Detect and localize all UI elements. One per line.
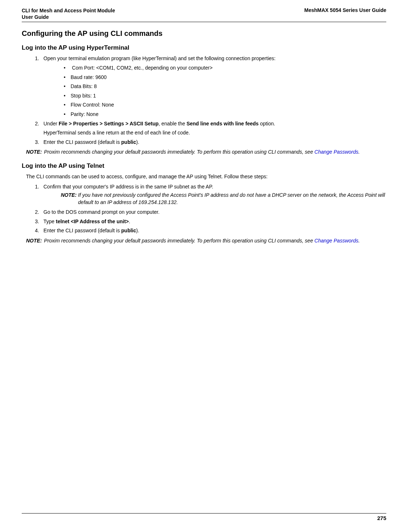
- header-right: MeshMAX 5054 Series User Guide: [304, 7, 386, 20]
- note-post: .: [358, 149, 360, 155]
- step2-post: option.: [258, 121, 275, 126]
- inner-note-text: If you have not previously configured th…: [78, 192, 386, 206]
- section-hyperterminal: Log into the AP using HyperTerminal Open…: [22, 44, 386, 156]
- header-left-line2: User Guide: [22, 14, 49, 20]
- section1-step2: Under File > Properties > Settings > ASC…: [41, 120, 386, 137]
- step3-post: .: [129, 219, 130, 224]
- section1-step1: Open your terminal emulation program (li…: [41, 55, 386, 118]
- change-passwords-link[interactable]: Change Passwords: [315, 238, 358, 244]
- step4-bold: public: [121, 228, 136, 233]
- bullet-parity: Parity: None: [61, 111, 386, 118]
- step2-pre: Under: [43, 121, 59, 126]
- step3-post: ).: [136, 139, 139, 145]
- bullet-data-bits: Data Bits: 8: [61, 83, 386, 90]
- step3-pre: Enter the CLI password (default is: [43, 139, 121, 145]
- step2-bold2: Send line ends with line feeds: [186, 121, 258, 126]
- section2-steps: Confirm that your computer's IP address …: [26, 183, 386, 235]
- step2-sub: HyperTerminal sends a line return at the…: [43, 129, 386, 137]
- step1-text: Open your terminal emulation program (li…: [43, 55, 275, 61]
- section2-note: NOTE: Proxim recommends changing your de…: [22, 237, 386, 245]
- bullet-com-port: Com Port: <COM1, COM2, etc., depending o…: [61, 65, 386, 72]
- note-text: Proxim recommends changing your default …: [44, 149, 360, 156]
- step3-bold: public: [121, 139, 136, 145]
- change-passwords-link[interactable]: Change Passwords: [315, 149, 358, 155]
- note-text: Proxim recommends changing your default …: [44, 237, 360, 245]
- bullet-stop-bits: Stop bits: 1: [61, 92, 386, 100]
- section2-inner-note: NOTE: If you have not previously configu…: [43, 192, 386, 206]
- step2-bold1: File > Properties > Settings > ASCII Set…: [59, 121, 159, 126]
- section2-title: Log into the AP using Telnet: [22, 162, 386, 170]
- step3-bold: telnet <IP Address of the unit>: [56, 219, 129, 224]
- bullet-flow-control: Flow Control: None: [61, 101, 386, 109]
- section1-note: NOTE: Proxim recommends changing your de…: [22, 149, 386, 156]
- bullet-baud-rate: Baud rate: 9600: [61, 74, 386, 81]
- step3-pre: Type: [43, 219, 56, 224]
- section2-step1: Confirm that your computer's IP address …: [41, 183, 386, 206]
- note-label: NOTE:: [26, 237, 42, 245]
- note-label: NOTE:: [26, 149, 42, 156]
- section2-step2: Go to the DOS command prompt on your com…: [41, 209, 386, 216]
- section2-intro: The CLI commands can be used to access, …: [22, 173, 386, 180]
- header-left-line1: CLI for Mesh and Access Point Module: [22, 8, 115, 13]
- section-telnet: Log into the AP using Telnet The CLI com…: [22, 162, 386, 245]
- section1-step3: Enter the CLI password (default is publi…: [41, 139, 386, 146]
- section2-content: Confirm that your computer's IP address …: [22, 183, 386, 235]
- step1-text: Confirm that your computer's IP address …: [43, 184, 213, 190]
- step4-pre: Enter the CLI password (default is: [43, 228, 121, 233]
- note-pre: Proxim recommends changing your default …: [44, 149, 315, 155]
- inner-note-label: NOTE:: [61, 192, 77, 206]
- page-header: CLI for Mesh and Access Point Module Use…: [22, 7, 386, 22]
- section1-content: Open your terminal emulation program (li…: [22, 55, 386, 146]
- section2-step3: Type telnet <IP Address of the unit>.: [41, 218, 386, 225]
- header-left: CLI for Mesh and Access Point Module Use…: [22, 7, 115, 20]
- page-title: Configuring the AP using CLI commands: [22, 29, 386, 38]
- note-pre: Proxim recommends changing your default …: [44, 238, 315, 244]
- step2-mid: , enable the: [159, 121, 186, 126]
- note-post: .: [358, 238, 360, 244]
- step4-post: ).: [136, 228, 139, 233]
- section1-bullets: Com Port: <COM1, COM2, etc., depending o…: [43, 65, 386, 118]
- section1-steps: Open your terminal emulation program (li…: [26, 55, 386, 146]
- section1-title: Log into the AP using HyperTerminal: [22, 44, 386, 51]
- section2-step4: Enter the CLI password (default is publi…: [41, 227, 386, 234]
